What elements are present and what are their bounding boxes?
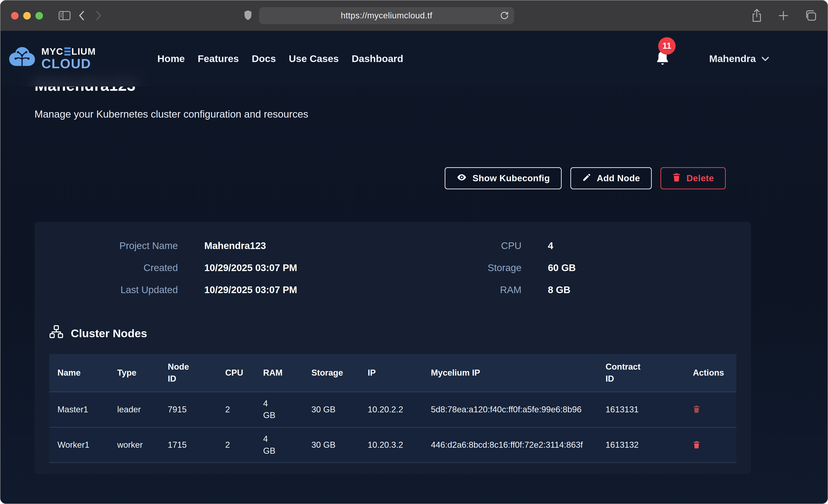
table-row: Worker1 worker 1715 2 4 GB 30 GB 10.20.3…: [49, 427, 736, 463]
brand-text: MYCLIUM CLOUD: [41, 47, 96, 71]
site-navbar: MYCLIUM CLOUD Home Features Docs Use Cas…: [0, 31, 828, 87]
delete-node-button[interactable]: [693, 440, 700, 450]
share-icon[interactable]: [751, 8, 763, 23]
brand-top-line: MYCLIUM: [41, 47, 96, 56]
cell-actions: [685, 392, 736, 427]
trash-icon: [693, 440, 700, 450]
user-name: Mahendra: [709, 53, 756, 64]
nav-link-home[interactable]: Home: [157, 53, 185, 64]
add-node-button[interactable]: Add Node: [570, 167, 652, 189]
cell-name: Master1: [49, 392, 109, 427]
page-subtitle: Manage your Kubernetes cluster configura…: [35, 109, 750, 120]
trash-icon: [693, 405, 700, 414]
show-kubeconfig-label: Show Kubeconfig: [472, 173, 550, 183]
maximize-window-button[interactable]: [35, 12, 43, 19]
page-content: Mahendra123 Manage your Kubernetes clust…: [0, 31, 828, 474]
table-row: Master1 leader 7915 2 4 GB 30 GB 10.20.2…: [49, 392, 736, 427]
col-ip: IP: [360, 354, 423, 392]
cluster-info-grid: Project Name Mahendra123 Created 10/29/2…: [49, 240, 736, 295]
cell-actions: [685, 427, 736, 463]
nav-link-features[interactable]: Features: [198, 53, 239, 64]
notification-count-badge: 11: [658, 37, 676, 55]
col-ram: RAM: [255, 354, 303, 392]
cell-ip: 10.20.3.2: [360, 427, 423, 463]
navbar-right: 11 Mahendra: [655, 50, 770, 68]
nav-link-docs[interactable]: Docs: [252, 53, 276, 64]
user-menu-button[interactable]: Mahendra: [709, 53, 770, 64]
tab-overview-icon[interactable]: [804, 10, 817, 22]
info-label: Storage: [393, 262, 522, 274]
info-label: Last Updated: [49, 284, 178, 295]
network-nodes-icon: [49, 325, 64, 342]
url-text: https://myceliumcloud.tf: [341, 11, 432, 20]
col-type: Type: [109, 354, 160, 392]
brand-logo[interactable]: MYCLIUM CLOUD: [7, 45, 96, 72]
browser-window: https://myceliumcloud.tf: [0, 0, 828, 504]
info-value: 4: [548, 240, 736, 251]
page-viewport: Mahendra123 Manage your Kubernetes clust…: [0, 31, 828, 504]
cell-mycelium-ip: 5d8:78ea:a120:f40c:ff0f:a5fe:99e6:8b96: [423, 392, 597, 427]
info-value: 60 GB: [548, 262, 736, 274]
browser-chrome: https://myceliumcloud.tf: [0, 0, 828, 31]
back-icon[interactable]: [77, 10, 87, 22]
bell-icon: [655, 64, 670, 67]
pencil-icon: [582, 173, 591, 184]
info-value: Mahendra123: [204, 240, 393, 251]
cell-node-id: 7915: [160, 392, 217, 427]
cell-node-id: 1715: [160, 427, 217, 463]
nav-link-use-cases[interactable]: Use Cases: [289, 53, 339, 64]
cluster-toolbar: Show Kubeconfig Add Node: [35, 167, 750, 189]
cell-type: leader: [109, 392, 160, 427]
reload-icon[interactable]: [500, 10, 509, 21]
delete-node-button[interactable]: [693, 405, 700, 414]
cell-type: worker: [109, 427, 160, 463]
nav-links: Home Features Docs Use Cases Dashboard: [157, 53, 403, 64]
cluster-nodes-table: Name Type Node ID CPU RAM Storage IP Myc…: [49, 354, 736, 463]
cell-cpu: 2: [217, 427, 255, 463]
delete-label: Delete: [687, 173, 714, 183]
eye-icon: [456, 173, 467, 184]
close-window-button[interactable]: [11, 12, 18, 19]
minimize-window-button[interactable]: [23, 12, 31, 19]
cell-ram: 4 GB: [255, 392, 303, 427]
cell-storage: 30 GB: [303, 392, 360, 427]
cell-name: Worker1: [49, 427, 109, 463]
info-value: 10/29/2025 03:07 PM: [204, 284, 393, 295]
col-contract-id: Contract ID: [597, 354, 685, 392]
stylized-e-icon: [64, 47, 71, 55]
cluster-details-card: Project Name Mahendra123 Created 10/29/2…: [35, 222, 751, 474]
delete-cluster-button[interactable]: Delete: [660, 167, 726, 189]
show-kubeconfig-button[interactable]: Show Kubeconfig: [445, 167, 562, 189]
info-label: CPU: [393, 240, 522, 251]
new-tab-icon[interactable]: [778, 10, 789, 22]
cluster-info-right: CPU 4 Storage 60 GB RAM 8 GB: [393, 240, 736, 295]
col-cpu: CPU: [217, 354, 255, 392]
cell-ip: 10.20.2.2: [360, 392, 423, 427]
cell-ram: 4 GB: [255, 427, 303, 463]
notifications-button[interactable]: 11: [655, 50, 670, 68]
cell-storage: 30 GB: [303, 427, 360, 463]
privacy-shield-icon[interactable]: [244, 10, 252, 22]
nav-link-dashboard[interactable]: Dashboard: [351, 53, 403, 64]
col-actions: Actions: [685, 354, 736, 392]
cell-mycelium-ip: 446:d2a6:8bcd:8c16:ff0f:72e2:3114:863f: [423, 427, 597, 463]
forward-icon: [93, 10, 103, 22]
info-value: 10/29/2025 03:07 PM: [204, 262, 393, 274]
cluster-nodes-title: Cluster Nodes: [71, 327, 147, 340]
table-header-row: Name Type Node ID CPU RAM Storage IP Myc…: [49, 354, 736, 392]
info-label: Project Name: [49, 240, 178, 251]
cluster-nodes-heading: Cluster Nodes: [49, 325, 736, 342]
address-bar[interactable]: https://myceliumcloud.tf: [259, 7, 514, 24]
trash-icon: [672, 173, 681, 184]
window-controls: [11, 12, 43, 19]
col-mycelium-ip: Mycelium IP: [423, 354, 597, 392]
cell-contract-id: 1613131: [597, 392, 685, 427]
sidebar-toggle-icon[interactable]: [58, 10, 71, 21]
mycelium-cloud-logo-icon: [7, 45, 37, 72]
col-storage: Storage: [303, 354, 360, 392]
brand-bottom-line: CLOUD: [41, 57, 96, 71]
cell-contract-id: 1613132: [597, 427, 685, 463]
info-label: RAM: [393, 284, 522, 295]
cluster-info-left: Project Name Mahendra123 Created 10/29/2…: [49, 240, 393, 295]
info-value: 8 GB: [548, 284, 736, 295]
